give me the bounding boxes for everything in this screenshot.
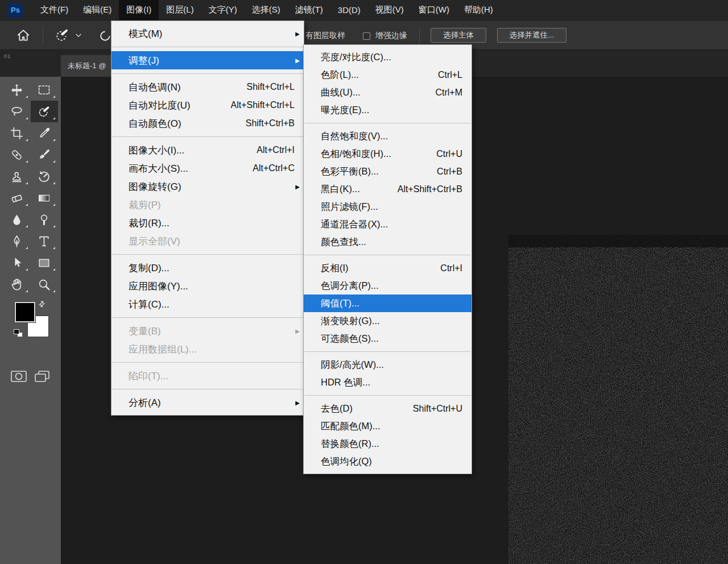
- menu-item-desaturate[interactable]: 去色(D)Shift+Ctrl+U: [304, 400, 471, 417]
- options-divider: [43, 26, 43, 44]
- sample-all-layers-label[interactable]: 有图层取样: [305, 31, 345, 41]
- path-selection-tool[interactable]: [3, 252, 31, 273]
- zoom-tool-tool[interactable]: [31, 273, 58, 295]
- menu-item-label: 分析(A): [129, 396, 161, 409]
- menu-item-label: 可选颜色(S)...: [321, 333, 379, 345]
- dodge-tool[interactable]: [31, 209, 58, 230]
- menu-item-brightness-contrast[interactable]: 亮度/对比度(C)...: [304, 48, 471, 66]
- quick-selection-tool[interactable]: [31, 101, 58, 122]
- menu-item-trim[interactable]: 裁切(R)...: [111, 214, 304, 232]
- menu-item-canvas-size[interactable]: 画布大小(S)...Alt+Ctrl+C: [111, 159, 304, 177]
- swap-colors-icon[interactable]: ⇄: [36, 298, 47, 309]
- menubar-item-3d[interactable]: 3D(D): [330, 0, 368, 20]
- menu-item-adjustments[interactable]: 调整(J)▶: [111, 51, 304, 69]
- menubar-item-view[interactable]: 视图(V): [368, 0, 411, 20]
- brush-icon: [37, 148, 51, 162]
- menubar-item-file[interactable]: 文件(F): [33, 0, 76, 20]
- tool-preset-button[interactable]: [54, 27, 82, 43]
- menubar-item-window[interactable]: 窗口(W): [411, 0, 457, 20]
- menubar-item-image[interactable]: 图像(I): [119, 0, 159, 20]
- spot-healing-brush-tool[interactable]: [3, 144, 31, 165]
- menu-item-label: 色相/饱和度(H)...: [321, 148, 391, 160]
- type-icon: [37, 234, 51, 248]
- image-menu-dropdown: 模式(M)▶调整(J)▶自动色调(N)Shift+Ctrl+L自动对比度(U)A…: [111, 20, 304, 416]
- select-and-mask-button[interactable]: 选择并遮住...: [497, 28, 566, 43]
- menu-item-replace-color[interactable]: 替换颜色(R)...: [304, 435, 471, 453]
- menu-item-label: 替换颜色(R)...: [321, 438, 379, 450]
- menu-item-label: 亮度/对比度(C)...: [321, 51, 391, 64]
- history-brush-icon: [37, 169, 51, 184]
- menu-item-crop-menu: 裁剪(P): [111, 196, 304, 214]
- canvas-noise-image[interactable]: 头条@番茄子的ps小课堂: [508, 235, 728, 564]
- menu-item-calculations[interactable]: 计算(C)...: [111, 295, 304, 313]
- menu-item-black-white[interactable]: 黑白(K)...Alt+Shift+Ctrl+B: [304, 180, 471, 198]
- menu-item-exposure[interactable]: 曝光度(E)...: [304, 101, 471, 119]
- enhance-edge-checkbox[interactable]: [363, 32, 370, 40]
- menu-item-shortcut: Ctrl+I: [440, 263, 462, 273]
- menu-item-analysis[interactable]: 分析(A)▶: [111, 393, 304, 412]
- menu-item-apply-image[interactable]: 应用图像(Y)...: [111, 277, 304, 295]
- menu-item-gradient-map[interactable]: 渐变映射(G)...: [304, 312, 471, 330]
- menu-item-image-size[interactable]: 图像大小(I)...Alt+Ctrl+I: [111, 141, 304, 159]
- hand-tool[interactable]: [3, 273, 31, 295]
- home-icon[interactable]: [16, 28, 31, 43]
- menubar-item-layer[interactable]: 图层(L): [159, 0, 201, 20]
- clone-stamp-tool[interactable]: [3, 165, 31, 187]
- menubar-item-help[interactable]: 帮助(H): [457, 0, 500, 20]
- menu-item-vibrance[interactable]: 自然饱和度(V)...: [304, 127, 471, 145]
- menu-item-selective-color[interactable]: 可选颜色(S)...: [304, 330, 471, 347]
- menu-item-label: 颜色查找...: [321, 236, 366, 248]
- menu-item-auto-tone[interactable]: 自动色调(N)Shift+Ctrl+L: [111, 78, 304, 96]
- menu-item-duplicate[interactable]: 复制(D)...: [111, 259, 304, 277]
- menubar-items: 文件(F)编辑(E)图像(I)图层(L)文字(Y)选择(S)滤镜(T)3D(D)…: [33, 0, 500, 20]
- menu-item-auto-contrast[interactable]: 自动对比度(U)Alt+Shift+Ctrl+L: [111, 96, 304, 114]
- menu-item-equalize[interactable]: 色调均化(Q): [304, 453, 471, 470]
- menu-item-posterize[interactable]: 色调分离(P)...: [304, 277, 471, 295]
- quick-mask-button[interactable]: [10, 369, 27, 384]
- menu-item-channel-mixer[interactable]: 通道混合器(X)...: [304, 215, 471, 233]
- crop-tool[interactable]: [3, 122, 31, 144]
- menu-item-color-balance[interactable]: 色彩平衡(B)...Ctrl+B: [304, 163, 471, 180]
- menu-item-photo-filter[interactable]: 照片滤镜(F)...: [304, 198, 471, 215]
- lasso-tool[interactable]: [3, 101, 31, 122]
- rectangle-shape-tool[interactable]: [31, 252, 58, 273]
- menu-item-curves[interactable]: 曲线(U)...Ctrl+M: [304, 84, 471, 101]
- menubar-item-filter[interactable]: 滤镜(T): [288, 0, 330, 20]
- blur-tool[interactable]: [3, 209, 31, 230]
- menu-item-match-color[interactable]: 匹配颜色(M)...: [304, 417, 471, 435]
- healing-brush-icon: [10, 148, 24, 162]
- eraser-tool[interactable]: [3, 187, 31, 209]
- rectangular-marquee-tool[interactable]: [31, 79, 58, 101]
- enhance-edge-label[interactable]: 增强边缘: [375, 31, 407, 41]
- eraser-icon: [10, 191, 24, 205]
- menu-item-apply-data-set: 应用数据组(L)...: [111, 340, 304, 358]
- move-icon: [10, 83, 24, 97]
- default-colors-icon[interactable]: [14, 329, 24, 338]
- pen-tool[interactable]: [3, 230, 31, 252]
- foreground-color-swatch[interactable]: [15, 302, 35, 322]
- menubar-item-type[interactable]: 文字(Y): [201, 0, 245, 20]
- history-brush-tool[interactable]: [31, 165, 58, 187]
- menu-item-auto-color[interactable]: 自动颜色(O)Shift+Ctrl+B: [111, 114, 304, 132]
- menubar-item-select[interactable]: 选择(S): [245, 0, 288, 20]
- menu-item-image-rotation[interactable]: 图像旋转(G)▶: [111, 177, 304, 196]
- menu-item-levels[interactable]: 色阶(L)...Ctrl+L: [304, 66, 471, 84]
- screen-mode-button[interactable]: [34, 369, 51, 384]
- select-subject-button[interactable]: 选择主体: [431, 28, 486, 43]
- menu-item-label: 匹配颜色(M)...: [321, 420, 380, 433]
- type-tool-tool[interactable]: [31, 230, 58, 252]
- menu-item-hue-saturation[interactable]: 色相/饱和度(H)...Ctrl+U: [304, 145, 471, 163]
- menu-item-label: 自动色调(N): [129, 81, 181, 94]
- menu-item-shadows-highlights[interactable]: 阴影/高光(W)...: [304, 356, 471, 374]
- menubar-item-edit[interactable]: 编辑(E): [76, 0, 119, 20]
- brush-tool[interactable]: [31, 144, 58, 165]
- menu-item-color-lookup[interactable]: 颜色查找...: [304, 233, 471, 251]
- eyedropper-tool[interactable]: [31, 122, 58, 144]
- menu-item-threshold[interactable]: 阈值(T)...: [304, 295, 471, 312]
- menu-item-hdr-toning[interactable]: HDR 色调...: [304, 374, 471, 391]
- menu-item-invert[interactable]: 反相(I)Ctrl+I: [304, 259, 471, 277]
- menu-item-mode[interactable]: 模式(M)▶: [111, 24, 304, 43]
- move-tool[interactable]: [3, 79, 31, 101]
- submenu-arrow-icon: ▶: [295, 184, 300, 190]
- gradient-tool[interactable]: [31, 187, 58, 209]
